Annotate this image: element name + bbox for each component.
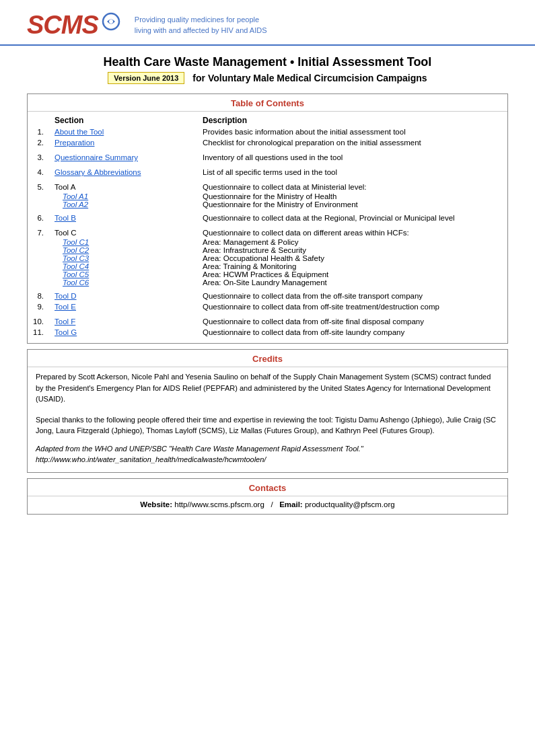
toc-link-tool-c4[interactable]: Tool C4 xyxy=(63,262,89,270)
table-of-contents: Table of Contents Section Description 1.… xyxy=(27,93,508,344)
toc-link-tool-c1[interactable]: Tool C1 xyxy=(63,238,89,246)
toc-table: Section Description 1. About the Tool Pr… xyxy=(28,112,507,338)
toc-link-questionnaire[interactable]: Questionnaire Summary xyxy=(55,153,138,161)
toc-link-glossary[interactable]: Glossary & Abbreviations xyxy=(55,168,141,176)
table-row: Tool A1 Questionnaire for the Ministry o… xyxy=(28,192,507,200)
credits-section: Credits Prepared by Scott Ackerson, Nico… xyxy=(27,349,508,473)
page-title: Health Care Waste Management • Initial A… xyxy=(27,55,508,69)
table-row: 2. Preparation Checklist for chronologic… xyxy=(28,137,507,148)
credits-para3: Adapted from the WHO and UNEP/SBC "Healt… xyxy=(28,439,507,467)
scms-circle-icon xyxy=(101,11,121,32)
credits-para1: Prepared by Scott Ackerson, Nicole Pahl … xyxy=(28,367,507,408)
table-row: 11. Tool G Questionnaire to collect data… xyxy=(28,327,507,338)
email-label: Email: xyxy=(279,500,303,508)
table-row: 7. Tool C Questionnaire to collect data … xyxy=(28,227,507,238)
logo: SCMS xyxy=(27,12,121,38)
subtitle-text: for Voluntary Male Medical Circumcision … xyxy=(192,73,427,83)
table-row: Tool C6 Area: On-Site Laundry Management xyxy=(28,278,507,287)
table-row: 8. Tool D Questionnaire to collect data … xyxy=(28,291,507,301)
contacts-section: Contacts Website: http//www.scms.pfscm.o… xyxy=(27,478,508,515)
table-row: 6. Tool B Questionnaire to collect data … xyxy=(28,213,507,223)
table-row: Tool C3 Area: Occupational Health & Safe… xyxy=(28,254,507,262)
table-row: 9. Tool E Questionnaire to collect data … xyxy=(28,301,507,312)
toc-link-tool-c2[interactable]: Tool C2 xyxy=(63,246,89,254)
website-label: Website: xyxy=(140,500,172,508)
table-row: 10. Tool F Questionnaire to collect data… xyxy=(28,316,507,327)
subtitle-row: Version June 2013 for Voluntary Male Med… xyxy=(27,72,508,84)
toc-heading: Table of Contents xyxy=(28,94,507,112)
toc-col-headers: Section Description xyxy=(28,112,507,126)
toc-link-about[interactable]: About the Tool xyxy=(55,128,104,136)
contacts-body: Website: http//www.scms.pfscm.org / Emai… xyxy=(28,496,507,510)
toc-link-tool-a2[interactable]: Tool A2 xyxy=(63,200,88,209)
col-section-label: Section xyxy=(49,112,197,126)
toc-link-tool-g[interactable]: Tool G xyxy=(55,328,77,336)
table-row: 5. Tool A Questionnaire to collect data … xyxy=(28,182,507,192)
toc-link-tool-e[interactable]: Tool E xyxy=(55,303,76,311)
toc-link-tool-c3[interactable]: Tool C3 xyxy=(63,254,89,262)
toc-link-tool-f[interactable]: Tool F xyxy=(55,317,75,326)
version-badge: Version June 2013 xyxy=(108,72,184,84)
table-row: Tool C4 Area: Training & Monitoring xyxy=(28,262,507,270)
credits-para2: Special thanks to the following people o… xyxy=(28,408,507,439)
table-row: Tool A2 Questionnaire for the Ministry o… xyxy=(28,200,507,209)
contacts-separator: / xyxy=(271,500,273,508)
toc-link-tool-b[interactable]: Tool B xyxy=(55,214,76,222)
table-row: 1. About the Tool Provides basic informa… xyxy=(28,126,507,137)
header-tagline: Providing quality medicines for people l… xyxy=(135,14,267,36)
table-row: 4. Glossary & Abbreviations List of all … xyxy=(28,167,507,178)
toc-link-tool-c6[interactable]: Tool C6 xyxy=(63,278,89,287)
website-url: http//www.scms.pfscm.org xyxy=(174,500,264,508)
toc-link-tool-c5[interactable]: Tool C5 xyxy=(63,270,89,278)
toc-link-tool-d[interactable]: Tool D xyxy=(55,292,77,300)
page-header: SCMS Providing quality medicines for peo… xyxy=(0,0,535,46)
table-row: Tool C5 Area: HCWM Practices & Equipment xyxy=(28,270,507,278)
table-row: Tool C1 Area: Management & Policy xyxy=(28,238,507,246)
contacts-heading: Contacts xyxy=(28,479,507,496)
svg-point-1 xyxy=(109,20,113,24)
credits-heading: Credits xyxy=(28,350,507,367)
email-address: productquality@pfscm.org xyxy=(305,500,395,508)
table-row: Tool C2 Area: Infrastructure & Security xyxy=(28,246,507,254)
scms-logo-text: SCMS xyxy=(27,12,98,38)
col-desc-label: Description xyxy=(197,112,507,126)
table-row: 3. Questionnaire Summary Inventory of al… xyxy=(28,152,507,163)
toc-link-preparation[interactable]: Preparation xyxy=(55,139,94,147)
title-section: Health Care Waste Management • Initial A… xyxy=(0,46,535,88)
toc-link-tool-a1[interactable]: Tool A1 xyxy=(63,192,88,200)
